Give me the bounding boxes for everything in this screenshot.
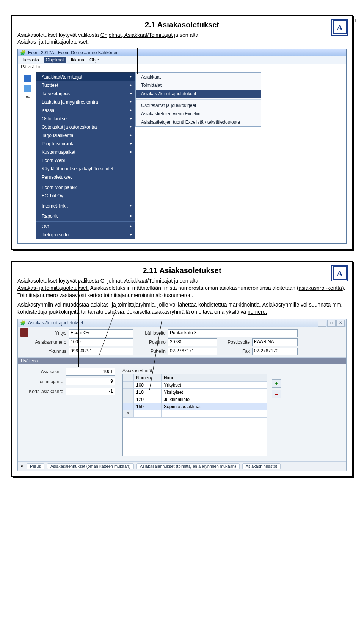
submenu-item[interactable]: Asiakastietojen vienti Exceliin [136, 110, 261, 118]
menu-item[interactable]: Tarviketarjous [36, 90, 135, 98]
cell-numero[interactable]: 120 [134, 396, 162, 403]
t: Asiakasoletukset löytyvät valikosta [17, 32, 100, 38]
menu-item[interactable]: Perusoletukset [36, 173, 135, 181]
form-area: Yritys Ecom Oy Lähiosoite Puntarikatu 3 … [18, 327, 346, 358]
cell-numero[interactable]: 100 [134, 382, 162, 389]
menu-item[interactable]: Ecom Monipankki [36, 183, 135, 192]
asiakasryhmat-area: Asiakasryhmät Numero Nimi 100Yritykset 1… [122, 368, 267, 456]
menu-item[interactable]: Käyttäjätunnukset ja käyttöoikeudet [36, 165, 135, 173]
input-lahiosoite[interactable]: Puntarikatu 3 [168, 329, 298, 337]
input-fax[interactable]: 02-2767170 [252, 348, 298, 355]
app-icon: 🧩 [20, 50, 26, 55]
label-puhelin: Puhelin [135, 349, 166, 354]
menu-item[interactable]: Asiakkaat/toimittajat [36, 73, 135, 81]
book-icon[interactable] [20, 328, 28, 337]
maximize-icon[interactable]: □ [327, 320, 336, 327]
row-selector[interactable] [123, 382, 134, 389]
close-icon[interactable]: ✕ [336, 320, 345, 327]
tab-alennukset-oma[interactable]: Asiakasalennukset (oman katteen mukaan) [47, 463, 134, 469]
asiakasryhmat-grid[interactable]: Numero Nimi 100Yritykset 110Yksityiset 1… [122, 374, 267, 456]
menu-item[interactable]: Ostotilaukset [36, 115, 135, 123]
icon-label: Ec [25, 94, 30, 99]
row-selector[interactable] [123, 396, 134, 403]
menu-item[interactable]: Raportit [36, 212, 135, 220]
menu-item[interactable]: Ovt [36, 222, 135, 231]
settings-window: 🧩 Asiakas-/toimittajaoletukset — □ ✕ Yri… [17, 319, 347, 471]
menubar-item[interactable]: Ohje [89, 57, 99, 63]
menu-item[interactable]: Projektiseuranta [36, 140, 135, 148]
tab-nav-left-icon[interactable]: ▾ [21, 464, 23, 469]
menu-item[interactable]: Internet-linkit [36, 202, 135, 210]
label-kerta-asiakasnro: Kerta-asiakasnro [22, 389, 63, 394]
input-puhelin[interactable]: 02-2767171 [168, 348, 217, 355]
settings-titlebar: 🧩 Asiakas-/toimittajaoletukset — □ ✕ [18, 319, 346, 327]
callout-line-icon [137, 48, 138, 74]
t: voi muodostaa asiakas- ja toimittajaryhm… [17, 302, 343, 315]
menu-item[interactable]: EC Tilit Oy [36, 192, 135, 200]
menubar-item[interactable]: Ikkuna [71, 57, 84, 63]
menubar-item[interactable]: Tiedosto [22, 57, 39, 63]
t-ul: Asiakasryhmiin [17, 302, 53, 308]
submenu-item-selected[interactable]: Asiakas-/toimittajaoletukset [136, 90, 261, 98]
label-postiosoite: Postiosoite [220, 340, 250, 345]
remove-row-button[interactable]: − [272, 390, 281, 398]
menu-item[interactable]: Ecom Webi [36, 156, 135, 165]
svg-text:A: A [337, 269, 343, 278]
grid-head-nimi: Nimi [162, 374, 267, 382]
row-selector-new[interactable] [123, 410, 134, 418]
heading-2-1: 2.1 Asiakasoletukset [17, 20, 347, 29]
tab-perus[interactable]: Perus [27, 463, 44, 469]
logo-a-icon: A [331, 19, 348, 36]
menubar-item[interactable]: Ohjelmat [44, 57, 66, 63]
menu-item[interactable]: Tuotteet [36, 81, 135, 90]
add-row-button[interactable]: + [272, 379, 281, 388]
panel-2: A 2.11 Asiakasoletukset Asiakasoletukset… [11, 261, 353, 477]
intro-text-1: Asiakasoletukset löytyvät valikosta Ohje… [17, 31, 347, 45]
input-toimittajanro[interactable]: 9 [66, 378, 115, 385]
window-title-text: Ecom 2012A - Ecom Demo Jarmo Kähkönen [28, 50, 119, 55]
cell-nimi[interactable]: Yritykset [162, 382, 267, 389]
menu-item[interactable]: Ostolaskut ja ostoreskontra [36, 123, 135, 131]
app-shortcut-icon[interactable] [24, 75, 31, 82]
window-titlebar: 🧩 Ecom 2012A - Ecom Demo Jarmo Kähkönen [18, 49, 346, 56]
cell-numero[interactable]: 150 [134, 403, 162, 410]
submenu-item[interactable]: Asiakkaat [136, 73, 261, 81]
t-ul: numero. [248, 309, 267, 315]
t: ja sen alta [173, 278, 198, 284]
cell-nimi[interactable]: Julkishallinto [162, 396, 267, 403]
menu-item[interactable]: Laskutus ja myyntireskontra [36, 98, 135, 106]
input-postiosoite[interactable]: KAARINA [252, 338, 298, 346]
grid-label: Asiakasryhmät [122, 368, 267, 373]
heading-2-11: 2.11 Asiakasoletukset [17, 266, 347, 275]
menu-item[interactable]: Tietojen siirto [36, 231, 135, 239]
label-postinro: Postinro [135, 340, 166, 345]
row-selector[interactable] [123, 403, 134, 410]
cell-nimi[interactable]: Yksityiset [162, 389, 267, 396]
t: ja sen alta [173, 32, 198, 38]
input-asiakasnro[interactable]: 1001 [66, 368, 115, 376]
cell-nimi[interactable]: Sopimusasiakkaat [162, 403, 267, 410]
label-ytunnus: Y-tunnus [32, 349, 66, 354]
input-kerta-asiakasnro[interactable]: -1 [66, 388, 115, 395]
panel-1: A 2.1 Asiakasoletukset Asiakasoletukset … [11, 15, 353, 250]
t: Asiakasoletukset löytyvät valikosta [17, 278, 100, 284]
tab-alennukset-toim[interactable]: Asiakasalennukset (toimittajien aleryhmi… [136, 463, 240, 469]
label-toimittajanro: Toimittajanro [22, 379, 63, 384]
row-selector[interactable] [123, 389, 134, 396]
left-icon-strip: Ec [19, 72, 36, 99]
t-ul: Ohjelmat, Asiakkaat/Toimittajat [100, 278, 173, 284]
minimize-icon[interactable]: — [318, 320, 326, 327]
t-ul: Asiakas- ja toimittajaoletukset. [17, 39, 89, 45]
body-text-2: Asiakasoletukset löytyvät valikosta Ohje… [17, 277, 347, 315]
submenu-item[interactable]: Toimittajat [136, 81, 261, 90]
submenu-item[interactable]: Asiakastietojen tuonti Excelistä / tekst… [136, 118, 261, 126]
submenu-item[interactable]: Osoitetarrat ja joukkokirjeet [136, 101, 261, 110]
tab-hinnastot[interactable]: Asiakashinnastot [242, 463, 281, 469]
menu-item[interactable]: Kassa [36, 106, 135, 115]
menu-item[interactable]: Tarjouslaskenta [36, 131, 135, 140]
tab-lisatiedot[interactable]: Lisätiedot [18, 358, 346, 364]
cell-numero[interactable]: 110 [134, 389, 162, 396]
app-shortcut-icon[interactable] [24, 85, 31, 92]
menu-item[interactable]: Kustannuspaikat [36, 148, 135, 156]
input-postinro[interactable]: 20780 [168, 338, 217, 346]
